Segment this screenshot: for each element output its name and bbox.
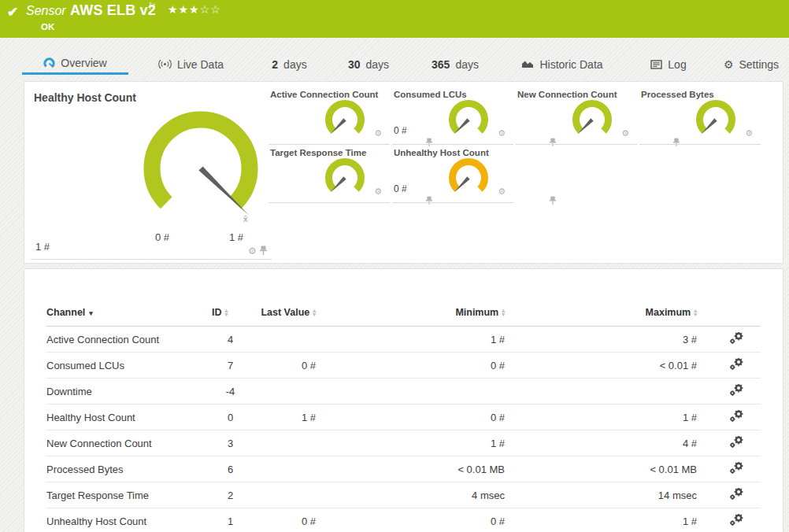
channel-name: Processed Bytes: [46, 456, 212, 482]
tab-label: days: [455, 58, 479, 71]
gauge-icon: [43, 57, 55, 69]
channel-minimum: 4 msec: [316, 482, 505, 508]
sensor-title: AWS ELB v2: [70, 2, 156, 19]
gauge-cell-unhealthy-host-count: Unhealthy Host Count 0 # ⚙: [392, 148, 513, 197]
gauge-title: New Connection Count: [517, 90, 617, 99]
gauge-title: Active Connection Count: [270, 90, 378, 99]
tab-365-days[interactable]: 365 days: [412, 54, 498, 75]
small-gauge: [320, 157, 369, 198]
channel-name: Healthy Host Count: [46, 405, 212, 430]
stars-filled[interactable]: ★★★: [168, 3, 200, 16]
channel-last-value: [249, 456, 316, 482]
small-gauge: [444, 99, 493, 140]
edit-channel-gears-icon[interactable]: [730, 358, 743, 372]
table-header-row: Channel▾ ID▴▾ Last Value▴▾ Minimum▴▾ Max…: [46, 301, 761, 327]
sensor-overview-page: ✔ Sensor AWS ELB v2 ⚐ ★★★☆☆ OK Overview: [0, 0, 789, 532]
primary-gauge-cell: Healthy Host Count 0 # 1 # x̄ 1 # ⚙: [29, 87, 275, 264]
channel-id: -4: [212, 379, 249, 405]
tab-log[interactable]: Log: [638, 54, 699, 75]
gauge-cell-processed-bytes: Processed Bytes ⚙: [639, 90, 761, 139]
gauge-title: Consumed LCUs: [394, 90, 467, 99]
channel-minimum: 1 #: [316, 430, 505, 456]
channel-gear-icon[interactable]: ⚙: [248, 246, 257, 257]
table-row: New Connection Count 3 1 # 4 #: [46, 430, 761, 456]
tab-live-data[interactable]: Live Data: [142, 54, 240, 75]
channel-last-value: 0 #: [249, 508, 316, 532]
channel-last-value: 1 #: [249, 405, 316, 430]
column-header-minimum[interactable]: Minimum▴▾: [316, 301, 505, 327]
channel-table: Channel▾ ID▴▾ Last Value▴▾ Minimum▴▾ Max…: [46, 301, 761, 532]
channel-gear-icon[interactable]: ⚙: [498, 128, 506, 139]
edit-channel-gears-icon[interactable]: [730, 332, 743, 346]
table-row: Downtime -4: [46, 379, 761, 405]
sort-icon: ▴▾: [313, 309, 316, 316]
edit-channel-gears-icon[interactable]: [730, 436, 743, 450]
gauge-scale-max: 1 #: [229, 231, 243, 243]
channel-gear-icon[interactable]: ⚙: [621, 128, 629, 139]
tab-label: Settings: [739, 58, 779, 71]
channel-gear-icon[interactable]: ⚙: [745, 128, 753, 139]
tab-settings[interactable]: ⚙ Settings: [715, 54, 787, 75]
channel-name: Downtime: [46, 379, 212, 405]
cell-divider: [392, 202, 513, 203]
object-kind-label: Sensor: [26, 4, 66, 18]
tab-overview[interactable]: Overview: [22, 54, 128, 75]
tab-historic-data[interactable]: Historic Data: [507, 54, 617, 75]
gauge-cell-new-connection-count: New Connection Count ⚙: [516, 90, 637, 139]
gauge-value: 0 #: [394, 125, 407, 136]
table-row: Active Connection Count 4 1 # 3 #: [46, 327, 761, 353]
gauge-value: 0 #: [394, 183, 407, 194]
pin-icon[interactable]: [260, 244, 267, 258]
log-list-icon: [650, 60, 662, 69]
tab-bar: Overview Live Data 2 days 30 days 365: [0, 54, 789, 75]
channel-gear-icon[interactable]: ⚙: [374, 128, 382, 139]
channel-id: 7: [212, 353, 249, 379]
edit-channel-gears-icon[interactable]: [730, 488, 743, 502]
priority-stars[interactable]: ★★★☆☆: [168, 3, 221, 16]
tab-label: days: [366, 58, 390, 71]
edit-channel-gears-icon[interactable]: [730, 514, 743, 528]
column-header-id[interactable]: ID▴▾: [212, 301, 249, 327]
channel-last-value: [249, 482, 316, 508]
channel-maximum: 3 #: [505, 327, 697, 353]
sort-desc-icon: ▾: [89, 309, 93, 317]
channel-maximum: 1 #: [505, 405, 697, 430]
cell-divider: [639, 144, 761, 145]
channel-minimum: [316, 379, 505, 405]
channel-id: 4: [212, 327, 249, 353]
primary-gauge-title: Healthy Host Count: [34, 91, 136, 104]
channel-id: 6: [212, 456, 249, 482]
gauge-average-marker: x̄: [243, 214, 248, 224]
edit-channel-gears-icon[interactable]: [730, 384, 743, 398]
channel-minimum: 0 #: [316, 405, 505, 430]
channel-name: New Connection Count: [46, 430, 212, 456]
channel-maximum: 14 msec: [505, 482, 697, 508]
flag-icon: ⚐: [148, 1, 157, 12]
channel-gear-icon[interactable]: ⚙: [498, 187, 506, 197]
cell-divider: [269, 202, 390, 203]
tab-30-days[interactable]: 30 days: [329, 54, 408, 75]
channel-gear-icon[interactable]: ⚙: [374, 187, 382, 197]
gauges-panel: Healthy Host Count 0 # 1 # x̄ 1 # ⚙ Acti…: [24, 81, 783, 264]
column-header-last-value[interactable]: Last Value▴▾: [249, 301, 316, 327]
primary-gauge-value: 1 #: [35, 241, 50, 253]
tab-label: Live Data: [177, 58, 224, 71]
column-header-maximum[interactable]: Maximum▴▾: [505, 301, 697, 327]
cell-divider: [392, 144, 513, 145]
tab-label: Historic Data: [539, 58, 602, 71]
channel-name: Active Connection Count: [46, 327, 212, 353]
stars-empty[interactable]: ☆☆: [200, 3, 221, 16]
channel-minimum: 0 #: [316, 353, 505, 379]
edit-channel-gears-icon[interactable]: [730, 410, 743, 424]
gauge-cell-target-response-time: Target Response Time ⚙: [269, 148, 390, 197]
tab-number: 30: [348, 58, 361, 71]
tab-2-days[interactable]: 2 days: [252, 54, 327, 75]
channel-minimum: 0 #: [316, 508, 505, 532]
channel-table-panel: Channel▾ ID▴▾ Last Value▴▾ Minimum▴▾ Max…: [24, 268, 783, 532]
channel-maximum: 1 #: [505, 508, 697, 532]
gear-icon: ⚙: [724, 58, 734, 71]
edit-channel-gears-icon[interactable]: [730, 462, 743, 476]
channel-id: 2: [212, 482, 249, 508]
column-header-channel[interactable]: Channel▾: [46, 301, 212, 327]
tab-number: 2: [272, 58, 278, 71]
